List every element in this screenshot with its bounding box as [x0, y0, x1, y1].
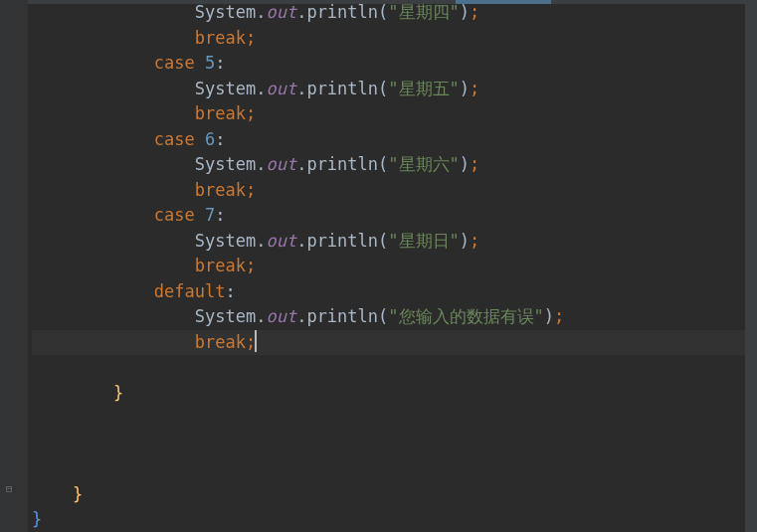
code-line[interactable]: case 6:: [32, 127, 757, 153]
keyword-break: break: [195, 180, 246, 200]
code-line[interactable]: System.out.println("星期五");: [32, 77, 757, 102]
keyword-break: break: [195, 103, 246, 123]
string-literal: "星期五": [388, 79, 459, 98]
field-ref: out: [266, 306, 296, 326]
field-ref: out: [266, 79, 296, 98]
field-ref: out: [266, 154, 296, 174]
code-line[interactable]: [32, 355, 757, 381]
field-ref: out: [266, 2, 296, 22]
method-call: println: [306, 79, 378, 98]
keyword-default: default: [154, 281, 226, 301]
number-literal: 5: [205, 53, 215, 73]
keyword-case: case: [154, 205, 195, 225]
string-literal: "星期六": [388, 154, 459, 174]
method-call: println: [306, 2, 378, 22]
class-ref: System.: [195, 154, 267, 174]
code-line[interactable]: break;: [32, 101, 757, 127]
code-line[interactable]: System.out.println("您输入的数据有误");: [32, 304, 757, 330]
field-ref: out: [266, 231, 296, 251]
code-editor[interactable]: ⊟ System.out.println("星期四"); break; case…: [0, 0, 757, 532]
class-ref: System.: [195, 2, 267, 22]
code-line[interactable]: default:: [32, 279, 757, 305]
code-line[interactable]: break;: [32, 254, 757, 279]
class-ref: System.: [195, 79, 267, 98]
code-line[interactable]: System.out.println("星期六");: [32, 152, 757, 178]
class-ref: System.: [195, 231, 267, 251]
keyword-break: break: [195, 28, 246, 48]
vertical-scrollbar[interactable]: [745, 0, 757, 532]
string-literal: "星期日": [388, 231, 459, 251]
code-line[interactable]: break;: [32, 178, 757, 204]
code-line[interactable]: }: [32, 381, 757, 407]
number-literal: 7: [205, 205, 215, 225]
keyword-case: case: [154, 129, 195, 149]
keyword-break: break: [195, 332, 246, 352]
code-line[interactable]: [32, 456, 757, 482]
keyword-break: break: [195, 256, 246, 275]
class-ref: System.: [195, 306, 267, 326]
code-line[interactable]: [32, 406, 757, 432]
method-call: println: [306, 306, 378, 326]
code-line[interactable]: case 5:: [32, 51, 757, 77]
closing-brace: }: [113, 383, 123, 403]
code-line[interactable]: case 7:: [32, 203, 757, 229]
fold-icon[interactable]: ⊟: [6, 481, 20, 495]
method-call: println: [306, 154, 378, 174]
code-area[interactable]: System.out.println("星期四"); break; case 5…: [28, 0, 757, 532]
code-line[interactable]: break;: [32, 330, 757, 356]
string-literal: "星期四": [388, 2, 459, 22]
keyword-case: case: [154, 53, 195, 73]
string-literal: "您输入的数据有误": [388, 306, 543, 326]
code-line[interactable]: System.out.println("星期四");: [32, 0, 757, 26]
code-line[interactable]: break;: [32, 26, 757, 52]
code-line[interactable]: System.out.println("星期日");: [32, 229, 757, 255]
code-line[interactable]: }: [32, 507, 757, 532]
number-literal: 6: [205, 129, 215, 149]
code-line[interactable]: [32, 432, 757, 457]
text-caret: [255, 330, 257, 352]
closing-brace: }: [73, 484, 83, 504]
method-call: println: [306, 231, 378, 251]
code-line[interactable]: }: [32, 482, 757, 508]
gutter: ⊟: [0, 0, 28, 532]
closing-brace: }: [32, 509, 42, 529]
